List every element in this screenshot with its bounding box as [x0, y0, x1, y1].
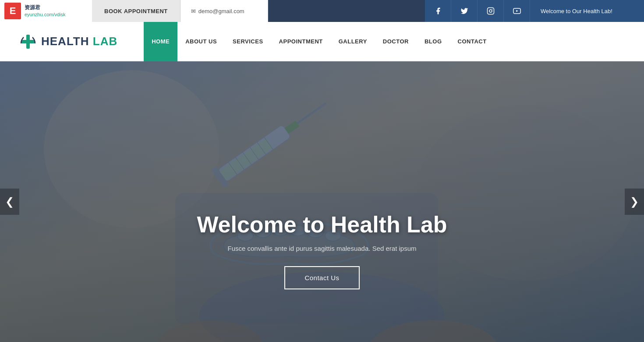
nav-link-appointment[interactable]: APPOINTMENT	[271, 22, 331, 61]
hero-subtitle: Fusce convallis ante id purus sagittis m…	[169, 245, 475, 252]
svg-rect-0	[487, 8, 494, 14]
svg-point-2	[492, 9, 493, 10]
brand-logo: HEALTH LAB	[18, 31, 117, 52]
nav-item-contact[interactable]: CONTACT	[450, 22, 495, 61]
nav-link-about[interactable]: ABOUT US	[177, 22, 225, 61]
contact-us-button[interactable]: Contact Us	[284, 266, 359, 289]
email-contact: ✉ demo@gmail.com	[180, 0, 268, 22]
social-icons-group	[425, 0, 530, 22]
nav-item-about[interactable]: ABOUT US	[177, 22, 225, 61]
hero-prev-arrow[interactable]: ❮	[0, 189, 19, 215]
nav-link-blog[interactable]: BLOG	[417, 22, 450, 61]
email-icon: ✉	[191, 8, 196, 14]
nav-item-services[interactable]: SERVICES	[225, 22, 271, 61]
nav-item-gallery[interactable]: GALLERY	[331, 22, 375, 61]
nav-link-contact[interactable]: CONTACT	[450, 22, 495, 61]
svg-rect-30	[0, 61, 644, 342]
hero-title: Welcome to Health Lab	[169, 211, 475, 238]
email-address: demo@gmail.com	[198, 8, 244, 14]
svg-rect-5	[26, 35, 30, 49]
svg-marker-3	[516, 10, 518, 12]
nav-link-doctor[interactable]: DOCTOR	[375, 22, 417, 61]
hero-background	[0, 61, 644, 342]
twitter-icon[interactable]	[451, 0, 478, 22]
logo-text: HEALTH LAB	[41, 35, 117, 48]
hero-section: Welcome to Health Lab Fusce convallis an…	[0, 61, 644, 342]
nav-item-home[interactable]: HOME	[144, 22, 177, 61]
logo-icon	[18, 31, 39, 52]
top-bar: E 资源君 eyunzhu.com/vdisk BOOK APPOINTMENT…	[0, 0, 644, 22]
youtube-icon[interactable]	[504, 0, 530, 22]
nav-item-appointment[interactable]: APPOINTMENT	[271, 22, 331, 61]
nav-link-gallery[interactable]: GALLERY	[331, 22, 375, 61]
nav-item-blog[interactable]: BLOG	[417, 22, 450, 61]
nav-link-services[interactable]: SERVICES	[225, 22, 271, 61]
logo-brand-text: 资源君 eyunzhu.com/vdisk	[25, 4, 66, 18]
site-logo: E 资源君 eyunzhu.com/vdisk	[0, 0, 92, 22]
main-nav: HEALTH LAB HOME ABOUT US SERVICES APPOIN…	[0, 22, 644, 61]
nav-menu: HOME ABOUT US SERVICES APPOINTMENT GALLE…	[144, 22, 626, 61]
instagram-icon[interactable]	[478, 0, 504, 22]
book-appointment-link[interactable]: BOOK APPOINTMENT	[92, 0, 180, 22]
svg-point-1	[489, 10, 492, 12]
hero-content: Welcome to Health Lab Fusce convallis an…	[169, 211, 475, 289]
nav-link-home[interactable]: HOME	[144, 22, 177, 61]
facebook-icon[interactable]	[425, 0, 451, 22]
nav-item-doctor[interactable]: DOCTOR	[375, 22, 417, 61]
hero-next-arrow[interactable]: ❯	[625, 189, 644, 215]
welcome-message: Welcome to Our Health Lab!	[530, 0, 644, 22]
logo-e-icon: E	[4, 3, 21, 19]
